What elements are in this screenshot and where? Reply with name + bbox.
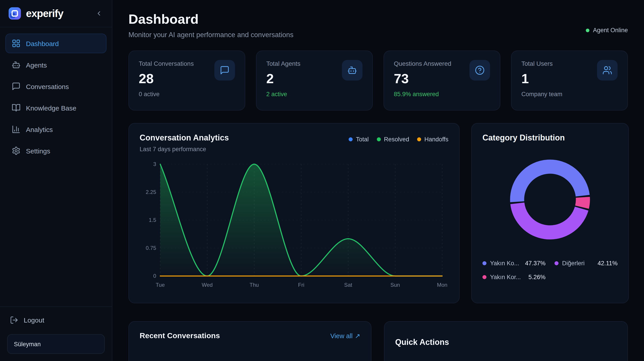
view-all-link[interactable]: View all ↗ — [330, 332, 360, 340]
stat-card-questions-answered: Questions Answered 73 85.9% answered — [384, 50, 500, 110]
svg-text:Fri: Fri — [298, 282, 304, 288]
svg-text:3: 3 — [153, 161, 156, 167]
sidebar: experify Dashboard Agents — [0, 0, 112, 361]
legend-percent: 42.11% — [598, 260, 618, 267]
sidebar-item-settings[interactable]: Settings — [5, 141, 106, 161]
book-open-icon — [12, 103, 20, 112]
stat-label: Total Agents — [266, 60, 300, 67]
legend-percent: 47.37% — [525, 260, 546, 267]
svg-text:Sat: Sat — [344, 282, 352, 288]
legend-label: Total — [356, 136, 369, 143]
layout-grid-icon — [12, 39, 20, 48]
svg-text:Tue: Tue — [156, 282, 165, 288]
legend-label: Yakın Ko... — [490, 260, 519, 267]
donut-legend: Yakın Ko... 47.37% Diğerleri 42.11% Yakı… — [482, 260, 618, 281]
stats-row: Total Conversations 28 0 active Total Ag… — [128, 50, 628, 110]
svg-text:2.25: 2.25 — [146, 189, 156, 195]
sidebar-nav: Dashboard Agents Conversations Knowledge… — [0, 27, 112, 307]
gear-icon — [12, 146, 20, 155]
sidebar-item-knowledge-base[interactable]: Knowledge Base — [5, 98, 106, 118]
chevron-left-icon — [95, 10, 102, 17]
svg-text:1.5: 1.5 — [149, 217, 156, 223]
view-all-label: View all — [330, 332, 352, 340]
svg-text:0.75: 0.75 — [146, 245, 156, 251]
recent-conversations-panel: Recent Conversations View all ↗ — [128, 321, 372, 361]
panel-title: Category Distribution — [482, 133, 618, 143]
legend-label: Yakın Kor... — [490, 274, 521, 281]
bot-icon — [342, 60, 362, 80]
sidebar-item-label: Dashboard — [26, 39, 59, 47]
legend-dot — [417, 137, 421, 141]
user-profile[interactable]: Süleyman — [7, 334, 105, 354]
legend-label: Diğerleri — [562, 260, 585, 267]
stat-sub: Company team — [522, 91, 562, 97]
legend-dot — [349, 137, 353, 141]
category-distribution-panel: Category Distribution Yakın Ko... 47.37%… — [471, 123, 629, 303]
stat-sub: 85.9% answered — [394, 91, 451, 97]
svg-text:Thu: Thu — [250, 282, 259, 288]
chat-bubble-icon — [214, 60, 235, 80]
legend-dot — [377, 137, 381, 141]
panel-title: Recent Conversations — [140, 332, 220, 341]
panel-subtitle: Last 7 days performance — [140, 146, 229, 153]
stat-value: 73 — [394, 71, 451, 86]
stat-label: Total Conversations — [139, 60, 194, 67]
logout-button[interactable]: Logout — [7, 313, 105, 327]
stat-label: Total Users — [522, 60, 562, 67]
brand-header: experify — [0, 0, 112, 27]
conversation-analytics-panel: Conversation Analytics Last 7 days perfo… — [128, 123, 460, 303]
donut-chart — [503, 153, 597, 247]
sidebar-item-label: Knowledge Base — [26, 104, 76, 112]
sidebar-item-label: Analytics — [26, 125, 53, 133]
sidebar-collapse-button[interactable] — [94, 8, 104, 18]
status-dot — [586, 28, 590, 32]
sidebar-item-dashboard[interactable]: Dashboard — [5, 33, 106, 53]
sidebar-item-label: Settings — [26, 147, 50, 155]
page-header: Dashboard Monitor your AI agent performa… — [128, 12, 628, 39]
main-content: Dashboard Monitor your AI agent performa… — [112, 0, 644, 361]
stat-card-total-conversations: Total Conversations 28 0 active — [128, 50, 245, 110]
page-title: Dashboard — [128, 12, 294, 27]
legend-dot — [482, 275, 486, 279]
sidebar-footer: Logout Süleyman — [0, 307, 112, 361]
chart-legend: Total Resolved Handoffs — [349, 136, 448, 143]
line-chart: 00.751.52.253TueWedThuFriSatSunMon — [140, 159, 448, 293]
legend-dot — [554, 261, 558, 265]
legend-item-handoffs: Handoffs — [417, 136, 448, 143]
user-name: Süleyman — [14, 341, 41, 347]
legend-percent: 5.26% — [528, 274, 546, 281]
help-circle-icon — [470, 60, 490, 80]
agent-status: Agent Online — [586, 27, 628, 33]
panel-title: Conversation Analytics — [140, 133, 229, 143]
stat-label: Questions Answered — [394, 60, 451, 67]
arrow-up-right-icon: ↗ — [355, 332, 360, 340]
stat-value: 2 — [266, 71, 300, 86]
charts-row: Conversation Analytics Last 7 days perfo… — [128, 123, 628, 303]
logout-icon — [10, 316, 18, 324]
page-root: experify Dashboard Agents — [0, 0, 644, 361]
bottom-row: Recent Conversations View all ↗ Quick Ac… — [128, 321, 628, 361]
quick-actions-panel: Quick Actions — [384, 321, 628, 361]
legend-item-total: Total — [349, 136, 369, 143]
svg-text:0: 0 — [153, 273, 156, 279]
bot-icon — [12, 60, 20, 69]
legend-dot — [482, 261, 486, 265]
legend-label: Handoffs — [424, 136, 448, 143]
sidebar-item-conversations[interactable]: Conversations — [5, 76, 106, 96]
stat-sub: 2 active — [266, 91, 300, 97]
legend-label: Resolved — [384, 136, 409, 143]
brand-name: experify — [26, 7, 63, 19]
stat-card-total-agents: Total Agents 2 2 active — [256, 50, 373, 110]
donut-legend-item: Yakın Kor... 5.26% — [482, 274, 546, 281]
sidebar-item-label: Agents — [26, 61, 47, 69]
donut-legend-item: Yakın Ko... 47.37% — [482, 260, 546, 267]
users-icon — [597, 60, 618, 80]
svg-text:Wed: Wed — [202, 282, 213, 288]
stat-value: 1 — [522, 71, 562, 86]
sidebar-item-agents[interactable]: Agents — [5, 55, 106, 75]
svg-text:Mon: Mon — [437, 282, 448, 288]
sidebar-item-label: Conversations — [26, 82, 69, 90]
stat-value: 28 — [139, 71, 194, 86]
stat-card-total-users: Total Users 1 Company team — [511, 50, 628, 110]
sidebar-item-analytics[interactable]: Analytics — [5, 119, 106, 139]
